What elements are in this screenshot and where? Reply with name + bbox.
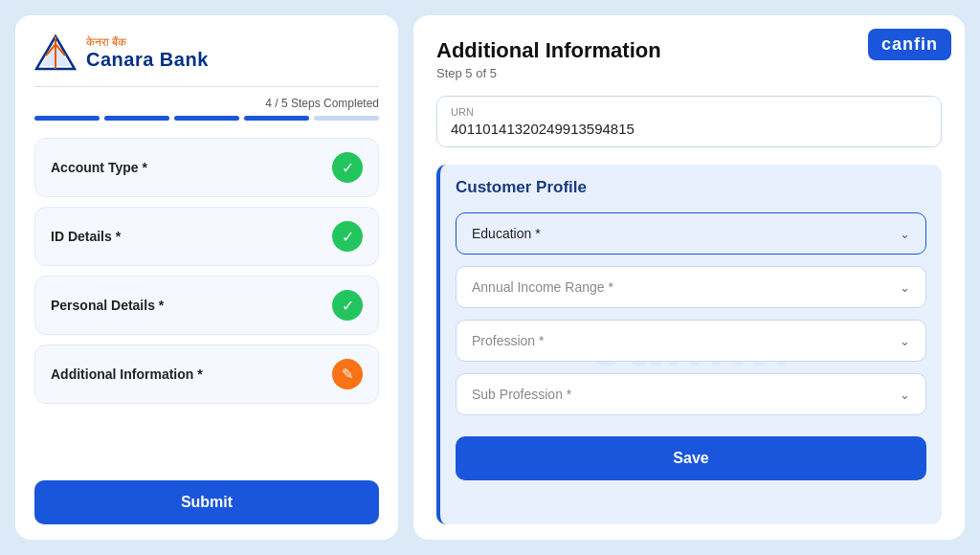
progress-seg-2 (104, 116, 169, 121)
urn-field: URN 40110141320249913594815 (436, 96, 942, 147)
income-chevron-icon: ⌄ (900, 280, 910, 295)
step-item-personal[interactable]: Personal Details * ✓ (34, 276, 379, 335)
education-chevron-icon: ⌄ (900, 227, 910, 241)
progress-seg-1 (34, 116, 100, 121)
step-item-additional[interactable]: Additional Information * ✎ (34, 344, 379, 404)
bank-english-text: Canara Bank (86, 49, 209, 71)
profession-chevron-icon: ⌄ (900, 334, 910, 348)
bank-hindi-text: केनरा बैंक (86, 35, 209, 49)
step-account-check-icon: ✓ (332, 152, 363, 183)
income-label: Annual Income Range * (472, 279, 613, 295)
step-additional-edit-icon: ✎ (332, 359, 363, 389)
step-item-id[interactable]: ID Details * ✓ (34, 207, 379, 266)
step-id-check-icon: ✓ (332, 221, 363, 252)
sub-profession-label: Sub Profession * (472, 387, 571, 402)
progress-seg-5 (314, 116, 379, 121)
left-panel: केनरा बैंक Canara Bank 4 / 5 Steps Compl… (15, 15, 398, 540)
urn-value: 40110141320249913594815 (451, 121, 927, 137)
logo-divider (34, 86, 379, 87)
main-container: केनरा बैंक Canara Bank 4 / 5 Steps Compl… (0, 0, 980, 555)
bank-name-group: केनरा बैंक Canara Bank (86, 35, 209, 71)
step-items-list: Account Type * ✓ ID Details * ✓ Personal… (34, 138, 379, 467)
right-panel: canfin Additional Information Step 5 of … (413, 15, 965, 540)
step-id-label: ID Details * (51, 229, 121, 244)
progress-bar (34, 116, 379, 121)
profession-label: Profession * (472, 333, 544, 348)
sub-profession-chevron-icon: ⌄ (900, 388, 910, 402)
page-subtitle: Step 5 of 5 (436, 66, 942, 80)
steps-label: 4 / 5 Steps Completed (34, 97, 379, 110)
customer-profile-title: Customer Profile (456, 178, 926, 197)
submit-button[interactable]: Submit (34, 480, 379, 524)
step-account-label: Account Type * (51, 160, 147, 175)
bank-logo: केनरा बैंक Canara Bank (34, 34, 379, 71)
education-dropdown[interactable]: Education * ⌄ (456, 212, 926, 255)
step-personal-label: Personal Details * (51, 298, 164, 313)
step-personal-check-icon: ✓ (332, 290, 363, 321)
education-label: Education * (472, 226, 541, 241)
customer-profile-box: canfin Customer Profile Education * ⌄ An… (436, 165, 942, 524)
sub-profession-dropdown[interactable]: Sub Profession * ⌄ (456, 373, 926, 415)
canfin-badge: canfin (868, 29, 951, 60)
progress-seg-4 (244, 116, 309, 121)
profession-dropdown[interactable]: Profession * ⌄ (456, 320, 926, 362)
income-dropdown[interactable]: Annual Income Range * ⌄ (456, 266, 926, 308)
page-title: Additional Information (436, 38, 942, 63)
canara-logo-icon (34, 34, 77, 71)
save-button[interactable]: Save (456, 436, 926, 480)
step-additional-label: Additional Information * (51, 366, 203, 382)
urn-label: URN (451, 106, 927, 118)
progress-seg-3 (174, 116, 239, 121)
step-item-account[interactable]: Account Type * ✓ (34, 138, 379, 197)
